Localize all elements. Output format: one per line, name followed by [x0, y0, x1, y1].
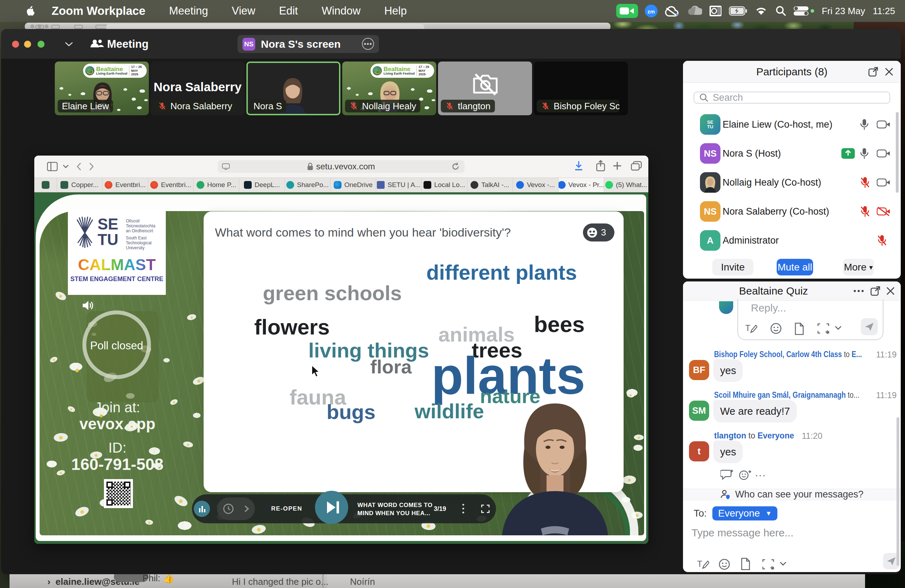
svg-text:zm: zm — [648, 8, 655, 14]
svg-text:University: University — [126, 245, 144, 250]
svg-text:an Oirdheiscirt: an Oirdheiscirt — [126, 229, 153, 234]
svg-text:Ollscoil: Ollscoil — [126, 219, 140, 224]
svg-text:Teicneolaíochta: Teicneolaíochta — [126, 224, 156, 229]
svg-text:South East: South East — [126, 235, 147, 240]
svg-text:SE: SE — [98, 215, 118, 233]
svg-text:T: T — [697, 559, 702, 569]
svg-text:TU: TU — [98, 231, 118, 248]
svg-text:Technological: Technological — [126, 240, 152, 245]
svg-text:T: T — [745, 323, 751, 333]
